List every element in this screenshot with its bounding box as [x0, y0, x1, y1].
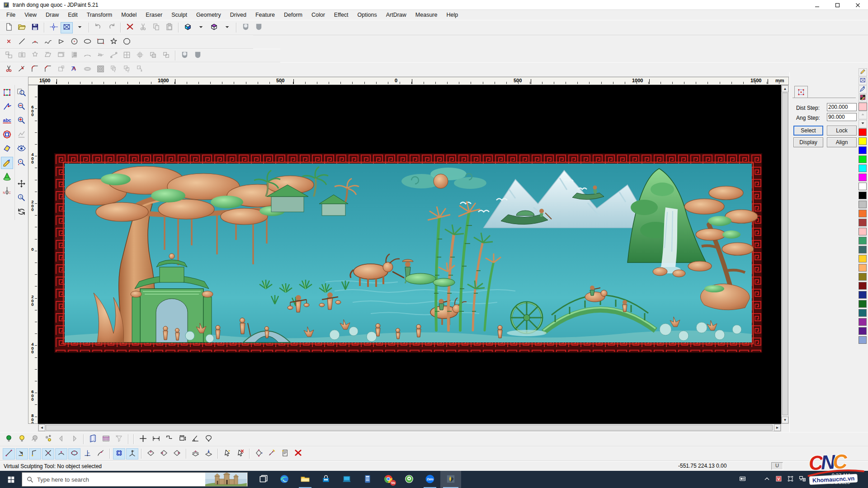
- draw-polygon-button[interactable]: [121, 37, 133, 48]
- t-flow-button[interactable]: [94, 50, 107, 61]
- palette-color-12[interactable]: [859, 237, 867, 244]
- tray-v-button[interactable]: V: [773, 474, 784, 485]
- palette-color-19[interactable]: [859, 300, 867, 308]
- cut-button[interactable]: [137, 22, 149, 33]
- fill-tool-button[interactable]: [1, 143, 13, 155]
- t-arc-fit-button[interactable]: [81, 50, 94, 61]
- tray-news-button[interactable]: [737, 474, 748, 485]
- maximize-button[interactable]: [827, 0, 848, 10]
- scroll-right-arrow[interactable]: ►: [774, 424, 781, 431]
- e-concentric-button[interactable]: [94, 64, 107, 75]
- menu-help[interactable]: Help: [442, 10, 462, 19]
- relief-front2-button[interactable]: [179, 50, 191, 61]
- open-file-button[interactable]: [16, 22, 28, 33]
- palette-color-1[interactable]: [859, 137, 867, 145]
- snap-key-button[interactable]: [16, 448, 28, 460]
- close-button[interactable]: [848, 0, 868, 10]
- taskbar-zalo-button[interactable]: Zalo: [420, 471, 440, 488]
- menu-draw[interactable]: Draw: [41, 10, 63, 19]
- menu-options[interactable]: Options: [353, 10, 382, 19]
- vertical-scroll-thumb[interactable]: [782, 93, 788, 415]
- palette-color-16[interactable]: [859, 273, 867, 281]
- relief-back2-button[interactable]: [192, 50, 204, 61]
- palette-color-6[interactable]: [859, 183, 867, 190]
- light-yellow-button[interactable]: [16, 434, 28, 445]
- e-cut-button[interactable]: [3, 64, 15, 75]
- menu-measure[interactable]: Measure: [411, 10, 442, 19]
- t-rotate-button[interactable]: [29, 50, 41, 61]
- taskbar-explorer-button[interactable]: [295, 471, 316, 488]
- profile-tool-button[interactable]: [1, 129, 13, 141]
- relief-front-button[interactable]: [240, 22, 252, 33]
- nav-prev-button[interactable]: [55, 434, 67, 445]
- snap-perpendicular-button[interactable]: [81, 448, 94, 460]
- ang-step-input[interactable]: [827, 113, 857, 121]
- menu-sculpt[interactable]: Sculpt: [167, 10, 192, 19]
- t-center-button[interactable]: [121, 50, 133, 61]
- undo-button[interactable]: [92, 22, 104, 33]
- taskbar-task-view-button[interactable]: [253, 471, 274, 488]
- e-copy1-button[interactable]: [108, 64, 120, 75]
- snap-node-button[interactable]: [29, 448, 41, 460]
- measure-rect-button[interactable]: [176, 434, 189, 445]
- snap-plane-xy-button[interactable]: [145, 448, 157, 460]
- select-marquee-button[interactable]: [1, 87, 13, 99]
- edge-select-button[interactable]: [859, 77, 867, 85]
- taskbar-coccoc-button[interactable]: [399, 471, 420, 488]
- text-tool-button[interactable]: abc: [1, 115, 13, 127]
- save-file-button[interactable]: [29, 22, 41, 33]
- pan-view-button[interactable]: [15, 178, 28, 190]
- data-table-button[interactable]: [100, 434, 112, 445]
- node-edit-tool-button[interactable]: [1, 101, 13, 113]
- snap-smooth-button[interactable]: [266, 448, 278, 460]
- delete-object-button[interactable]: [124, 22, 136, 33]
- palette-color-17[interactable]: [859, 282, 867, 290]
- e-extend-button[interactable]: [55, 64, 67, 75]
- snap-layer-top-button[interactable]: [189, 448, 202, 460]
- palette-color-20[interactable]: [859, 309, 867, 317]
- t-shear-button[interactable]: [42, 50, 54, 61]
- taskbar-calculator-button[interactable]: [357, 471, 378, 488]
- nav-next-button[interactable]: [68, 434, 80, 445]
- zoom-in-button[interactable]: [15, 115, 28, 127]
- palette-color-18[interactable]: [859, 291, 867, 299]
- draw-arc-button[interactable]: [29, 37, 41, 48]
- palette-edit-button[interactable]: [859, 94, 867, 102]
- menu-deform[interactable]: Deform: [279, 10, 307, 19]
- shaded-view-button[interactable]: [182, 22, 194, 33]
- light-dim-button[interactable]: [29, 434, 41, 445]
- measure-path-button[interactable]: [163, 434, 175, 445]
- taskbar-store-button[interactable]: [316, 471, 336, 488]
- lock-button[interactable]: Lock: [827, 126, 857, 136]
- nc-tool-button[interactable]: NC: [1, 185, 13, 197]
- paste-button[interactable]: [163, 22, 175, 33]
- snap-quadrant-button[interactable]: [68, 448, 80, 460]
- measure-angle-button[interactable]: [189, 434, 202, 445]
- menu-view[interactable]: View: [20, 10, 41, 19]
- snap-axis-button[interactable]: z: [126, 448, 138, 460]
- filter-button[interactable]: [113, 434, 125, 445]
- snap-cursor-button[interactable]: [221, 448, 233, 460]
- scroll-up-arrow[interactable]: ▲: [782, 85, 788, 92]
- relief-tool-button[interactable]: [1, 171, 13, 183]
- horizontal-scrollbar[interactable]: ◄ ►: [38, 424, 781, 432]
- select-button[interactable]: Select: [793, 126, 823, 136]
- e-fillet-button[interactable]: [29, 64, 41, 75]
- snap-arc-center-button[interactable]: [55, 448, 67, 460]
- measure-distance-button[interactable]: [150, 434, 162, 445]
- palette-color-5[interactable]: [859, 174, 867, 181]
- scroll-down-button[interactable]: [859, 120, 867, 128]
- zoom-all-button[interactable]: [15, 87, 28, 99]
- e-copy2-button[interactable]: [121, 64, 133, 75]
- scroll-up-button[interactable]: [859, 111, 867, 119]
- draw-star-button[interactable]: [108, 37, 120, 48]
- zoom-window-button[interactable]: 1: [15, 192, 28, 204]
- menu-file[interactable]: File: [2, 10, 20, 19]
- menu-color[interactable]: Color: [307, 10, 330, 19]
- snap-tangent-button[interactable]: [94, 448, 107, 460]
- measure-area-button[interactable]: [203, 434, 215, 445]
- taskbar-laptop-app-button[interactable]: [336, 471, 357, 488]
- regen-button[interactable]: [15, 129, 28, 141]
- palette-color-4[interactable]: [859, 164, 867, 172]
- palette-color-13[interactable]: [859, 246, 867, 253]
